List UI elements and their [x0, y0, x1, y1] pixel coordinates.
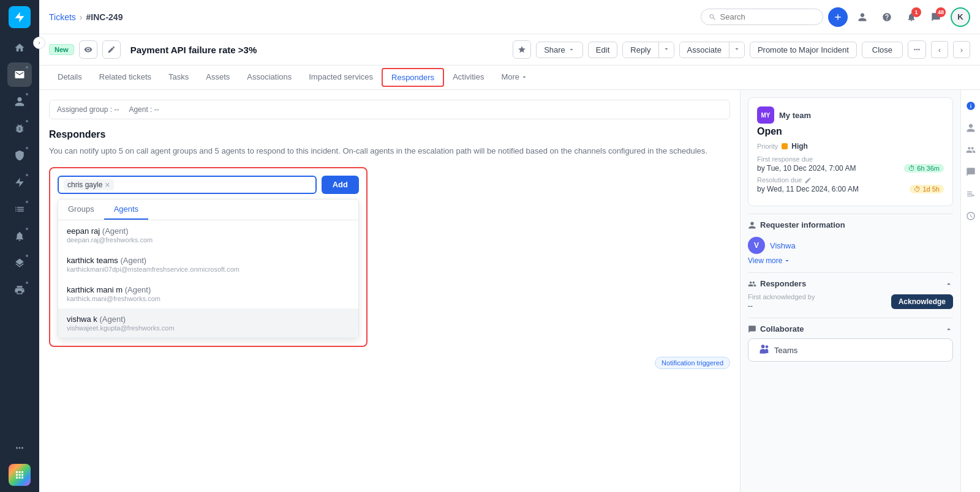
agent-email-0: deepan.raj@freshworks.com: [67, 236, 350, 244]
acknowledge-row: First acknowledged by -- Acknowledge: [748, 293, 953, 310]
sidebar-item-layers[interactable]: [7, 251, 32, 275]
sidebar-apps-button[interactable]: [9, 464, 31, 486]
collaborate-collapse-icon[interactable]: [944, 325, 953, 334]
chat-button[interactable]: 48: [926, 7, 946, 27]
acknowledge-button[interactable]: Acknowledge: [891, 294, 953, 309]
first-response-badge: ⏱ 6h 36m: [904, 164, 944, 173]
watch-button[interactable]: [79, 40, 97, 59]
responders-icon: [748, 280, 756, 288]
groups-tab[interactable]: Groups: [58, 199, 104, 220]
agent-item-3[interactable]: vishwa k (Agent) vishwajeet.kgupta@fresh…: [58, 308, 358, 338]
team-header: MY My team: [757, 106, 944, 124]
tab-responders[interactable]: Responders: [382, 68, 444, 87]
sidebar-item-shield[interactable]: [7, 143, 32, 168]
notifications-button[interactable]: 1: [902, 7, 921, 27]
tab-tasks[interactable]: Tasks: [160, 66, 197, 89]
first-response-row: First response due by Tue, 10 Dec 2024, …: [757, 155, 944, 173]
search-box[interactable]: [701, 9, 823, 25]
add-row: chris gayle × Add: [58, 176, 359, 194]
associate-dropdown-button[interactable]: [729, 42, 744, 58]
promote-button[interactable]: Promote to Major Incident: [750, 42, 857, 58]
breadcrumb-tickets-link[interactable]: Tickets: [49, 12, 76, 22]
sidebar-item-alert[interactable]: [7, 224, 32, 248]
tab-activities[interactable]: Activities: [444, 66, 492, 89]
priority-value: High: [791, 142, 808, 151]
agent-email-2: karthick.mani@freshworks.com: [67, 295, 350, 302]
chevron-down-icon: [568, 46, 575, 53]
prev-ticket-button[interactable]: ‹: [931, 41, 948, 58]
teams-button[interactable]: Teams: [748, 338, 953, 362]
help-icon: [882, 12, 892, 22]
responders-section-header: Responders: [748, 272, 953, 291]
tag-remove-button[interactable]: ×: [105, 181, 110, 189]
agent-name-1: karthick teams (Agent): [67, 256, 350, 265]
add-button[interactable]: [828, 7, 848, 27]
sidebar-item-tickets[interactable]: [7, 62, 32, 87]
notes-icon-button[interactable]: [962, 185, 979, 203]
requester-details: Vishwa: [770, 241, 796, 250]
top-header: Tickets › #INC-249 1 48: [39, 0, 980, 34]
priority-label: Priority: [757, 143, 778, 150]
associate-button[interactable]: Associate: [680, 42, 729, 58]
star-button[interactable]: [513, 40, 531, 59]
person-icon-button[interactable]: [962, 119, 979, 136]
chat-right-icon-button[interactable]: [962, 163, 979, 181]
responders-collapse-icon[interactable]: [944, 280, 953, 288]
reply-button[interactable]: Reply: [623, 42, 658, 58]
reply-dropdown-button[interactable]: [658, 42, 674, 58]
sidebar-item-more[interactable]: [7, 436, 32, 460]
agent-name-3: vishwa k (Agent): [67, 315, 350, 324]
next-ticket-button[interactable]: ›: [953, 41, 970, 58]
tab-details[interactable]: Details: [49, 66, 91, 89]
group-icon-button[interactable]: [962, 141, 979, 158]
add-responder-button[interactable]: Add: [322, 176, 359, 194]
clock-icon-button[interactable]: [962, 207, 979, 225]
requester-name[interactable]: Vishwa: [770, 241, 796, 250]
right-icons-column: [960, 90, 980, 492]
share-button[interactable]: Share: [536, 42, 583, 58]
star-icon: [518, 45, 526, 54]
user-avatar[interactable]: K: [951, 7, 970, 27]
collaborate-header: Collaborate: [748, 318, 953, 338]
add-responders-box: chris gayle × Add Groups Agents: [49, 167, 368, 347]
info-icon-button[interactable]: [962, 97, 979, 114]
sidebar-item-print[interactable]: [7, 278, 32, 302]
edit-icon-button[interactable]: [102, 40, 121, 59]
agent-role-2: (Agent): [125, 285, 151, 294]
close-button[interactable]: Close: [862, 42, 903, 58]
assigned-agent-label: Agent :: [129, 105, 152, 114]
contacts-button[interactable]: [853, 7, 872, 27]
sidebar-item-lightning[interactable]: [7, 170, 32, 195]
sidebar-item-home[interactable]: [7, 35, 32, 60]
more-chevron-icon: [521, 73, 528, 81]
info-icon: [966, 101, 976, 111]
search-input[interactable]: [720, 12, 815, 21]
tab-related[interactable]: Related tickets: [91, 66, 160, 89]
agent-role-1: (Agent): [120, 256, 146, 265]
tab-associations[interactable]: Associations: [238, 66, 300, 89]
agent-item-0[interactable]: eepan raj (Agent) deepan.raj@freshworks.…: [58, 220, 358, 250]
tab-impacted[interactable]: Impacted services: [300, 66, 382, 89]
priority-indicator: [782, 143, 788, 149]
help-button[interactable]: [877, 7, 897, 27]
sidebar-item-list[interactable]: [7, 197, 32, 222]
agent-item-2[interactable]: karthick mani m (Agent) karthick.mani@fr…: [58, 279, 358, 308]
chat-badge-count: 48: [936, 7, 946, 17]
responder-input-container[interactable]: chris gayle ×: [58, 176, 317, 194]
responder-search-input[interactable]: [118, 180, 311, 189]
sidebar-collapse-button[interactable]: ›: [33, 37, 45, 49]
edit-button[interactable]: Edit: [588, 42, 617, 58]
breadcrumb-incident: #INC-249: [86, 12, 123, 22]
tab-assets[interactable]: Assets: [197, 66, 238, 89]
view-more-button[interactable]: View more: [748, 256, 953, 265]
edit-resolution-icon[interactable]: [804, 177, 812, 184]
agents-tab[interactable]: Agents: [104, 199, 148, 220]
responders-right-section: Responders First acknowledged by -- Ackn…: [748, 272, 953, 310]
tab-more[interactable]: More: [492, 66, 537, 89]
agent-item-1[interactable]: karthick teams (Agent) karthickmani07dpi…: [58, 250, 358, 279]
sidebar-item-bugs[interactable]: [7, 116, 32, 141]
sidebar-item-contacts[interactable]: [7, 89, 32, 114]
person-icon: [748, 221, 756, 229]
sidebar-logo[interactable]: [9, 6, 31, 28]
more-actions-button[interactable]: [908, 40, 926, 59]
